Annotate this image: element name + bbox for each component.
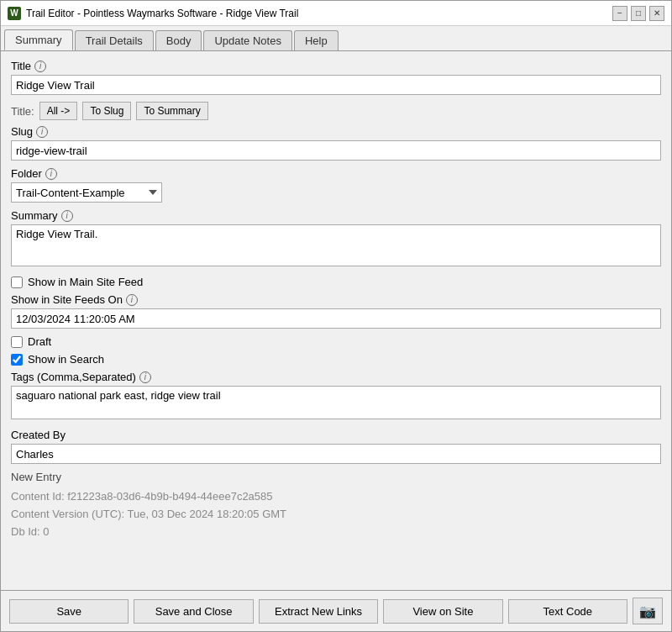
tags-textarea[interactable]: saguaro national park east, ridge view t… [11,386,661,419]
site-feeds-label: Show in Site Feeds On i [11,293,661,306]
content-id-text: Content Id: f21223a8-03d6-4b9b-b494-44ee… [11,488,661,506]
all-button[interactable]: All -> [39,102,78,120]
text-code-button[interactable]: Text Code [508,599,627,624]
title-field-group: Title i [11,60,661,95]
slug-info-icon[interactable]: i [36,126,48,138]
summary-field-group: Summary i Ridge View Trail. [11,209,661,269]
site-feeds-input[interactable] [11,308,661,329]
folder-info-icon[interactable]: i [45,168,57,180]
close-button[interactable]: ✕ [649,6,664,21]
tab-summary[interactable]: Summary [4,29,73,50]
window-controls: − □ ✕ [612,6,664,21]
title-conversion-row: Title: All -> To Slug To Summary [11,102,661,120]
tags-field-group: Tags (Comma,Separated) i saguaro nationa… [11,371,661,422]
draft-row: Draft [11,335,661,348]
site-feeds-info-icon[interactable]: i [126,294,138,306]
db-id-text: Db Id: 0 [11,524,661,541]
main-window: W Trail Editor - Pointless Waymarks Soft… [0,0,672,632]
new-entry-label: New Entry [11,471,661,483]
folder-select[interactable]: Trail-Content-Example [11,182,162,203]
tab-trail-details[interactable]: Trail Details [75,30,154,50]
content-version-text: Content Version (UTC): Tue, 03 Dec 2024 … [11,506,661,524]
title-label: Title i [11,60,661,72]
draft-label[interactable]: Draft [28,335,51,348]
created-by-group: Created By [11,429,661,464]
slug-field-group: Slug i [11,125,661,161]
slug-label: Slug i [11,125,661,138]
main-content: Title i Title: All -> To Slug To Summary… [1,51,671,590]
title-row-prefix: Title: [11,105,34,118]
slug-input[interactable] [11,140,661,161]
tab-body[interactable]: Body [155,30,202,50]
view-on-site-button[interactable]: View on Site [383,599,502,624]
show-main-feed-label[interactable]: Show in Main Site Feed [28,276,143,288]
save-button[interactable]: Save [9,599,129,624]
window-title: Trail Editor - Pointless Waymarks Softwa… [26,8,298,19]
created-by-input[interactable] [11,444,661,464]
summary-textarea[interactable]: Ridge View Trail. [11,224,661,266]
maximize-button[interactable]: □ [631,6,646,21]
minimize-button[interactable]: − [612,6,627,21]
show-main-feed-checkbox[interactable] [11,276,23,288]
footer: Save Save and Close Extract New Links Vi… [1,590,671,631]
title-bar: W Trail Editor - Pointless Waymarks Soft… [1,1,671,26]
show-search-label[interactable]: Show in Search [28,353,104,366]
show-search-row: Show in Search [11,353,661,366]
title-input[interactable] [11,75,661,95]
site-feeds-on-group: Show in Site Feeds On i [11,293,661,329]
camera-button[interactable]: 📷 [633,598,663,624]
draft-checkbox[interactable] [11,336,23,348]
folder-label: Folder i [11,167,661,180]
tags-label: Tags (Comma,Separated) i [11,371,661,383]
to-summary-button[interactable]: To Summary [136,102,207,120]
extract-links-button[interactable]: Extract New Links [259,599,378,624]
summary-info-icon[interactable]: i [61,210,73,222]
summary-label: Summary i [11,209,661,222]
tab-bar: Summary Trail Details Body Update Notes … [1,26,671,51]
to-slug-button[interactable]: To Slug [82,102,131,120]
tab-help[interactable]: Help [294,30,339,50]
title-info-icon[interactable]: i [34,61,46,72]
save-close-button[interactable]: Save and Close [134,599,253,624]
show-search-checkbox[interactable] [11,354,23,366]
folder-field-group: Folder i Trail-Content-Example [11,167,661,203]
show-main-feed-row: Show in Main Site Feed [11,276,661,288]
meta-info: Content Id: f21223a8-03d6-4b9b-b494-44ee… [11,488,661,540]
title-bar-left: W Trail Editor - Pointless Waymarks Soft… [8,7,298,20]
app-icon: W [8,7,21,20]
tab-update-notes[interactable]: Update Notes [203,30,292,50]
created-by-label: Created By [11,429,661,441]
tags-info-icon[interactable]: i [139,371,151,383]
